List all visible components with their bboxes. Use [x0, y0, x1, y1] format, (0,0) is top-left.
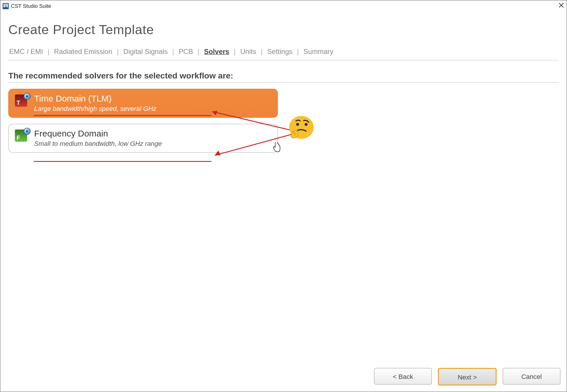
- breadcrumb-item[interactable]: Settings: [267, 48, 293, 55]
- time-domain-solver-icon: T: [15, 94, 29, 108]
- breadcrumb-item[interactable]: Radiated Emission: [54, 48, 112, 55]
- svg-point-9: [296, 123, 299, 126]
- breadcrumb-separator: |: [297, 48, 299, 55]
- close-icon[interactable]: [559, 2, 564, 9]
- svg-point-10: [304, 123, 307, 126]
- wizard-footer: < Back Next > Cancel: [374, 368, 561, 386]
- cancel-button[interactable]: Cancel: [503, 368, 561, 385]
- pointer-cursor-icon: [273, 142, 281, 153]
- breadcrumb-item[interactable]: Digital Signals: [123, 48, 168, 55]
- solver-title: Frequency Domain: [34, 129, 162, 139]
- breadcrumb-item[interactable]: EMC / EMI: [9, 48, 43, 55]
- solver-description: Small to medium bandwidth, low GHz range: [34, 140, 162, 147]
- breadcrumb-item[interactable]: Units: [240, 48, 256, 55]
- titlebar: S CST Studio Suite: [1, 1, 567, 12]
- breadcrumb-separator: |: [117, 48, 119, 55]
- breadcrumb-item[interactable]: PCB: [178, 48, 193, 55]
- thinking-face-emoji-icon: [288, 115, 315, 141]
- window-title: CST Studio Suite: [11, 3, 51, 9]
- app-window: S CST Studio Suite Create Project Templa…: [0, 0, 567, 392]
- svg-marker-7: [215, 150, 221, 155]
- solver-title: Time Domain (TLM): [34, 94, 156, 104]
- wizard-content: Create Project Template EMC / EMI | Radi…: [8, 18, 559, 384]
- annotation-underline: [34, 115, 211, 116]
- svg-text:S: S: [4, 4, 7, 8]
- solver-list: T Time Domain (TLM) Large bandwidth/high…: [8, 89, 559, 153]
- play-badge-icon: [24, 128, 31, 135]
- solver-text: Frequency Domain Small to medium bandwid…: [34, 129, 162, 147]
- breadcrumb: EMC / EMI | Radiated Emission | Digital …: [8, 48, 559, 61]
- breadcrumb-separator: |: [172, 48, 174, 55]
- annotation-arrow: [209, 133, 296, 159]
- breadcrumb-separator: |: [234, 48, 236, 55]
- section-label: The recommended solvers for the selected…: [8, 71, 559, 83]
- breadcrumb-separator: |: [198, 48, 200, 55]
- solver-text: Time Domain (TLM) Large bandwidth/high s…: [34, 94, 156, 112]
- app-icon: S: [2, 3, 9, 10]
- page-title: Create Project Template: [8, 22, 559, 37]
- solver-description: Large bandwidth/high speed, several GHz: [34, 105, 156, 112]
- breadcrumb-separator: |: [48, 48, 49, 55]
- play-badge-icon: [24, 93, 31, 100]
- next-button[interactable]: Next >: [438, 368, 497, 386]
- back-button[interactable]: < Back: [374, 368, 432, 385]
- breadcrumb-item-current[interactable]: Solvers: [204, 48, 229, 55]
- svg-line-4: [212, 112, 294, 131]
- breadcrumb-item[interactable]: Summary: [303, 48, 333, 55]
- frequency-domain-solver-icon: F: [15, 130, 29, 144]
- breadcrumb-separator: |: [261, 48, 262, 55]
- annotation-underline: [34, 161, 211, 162]
